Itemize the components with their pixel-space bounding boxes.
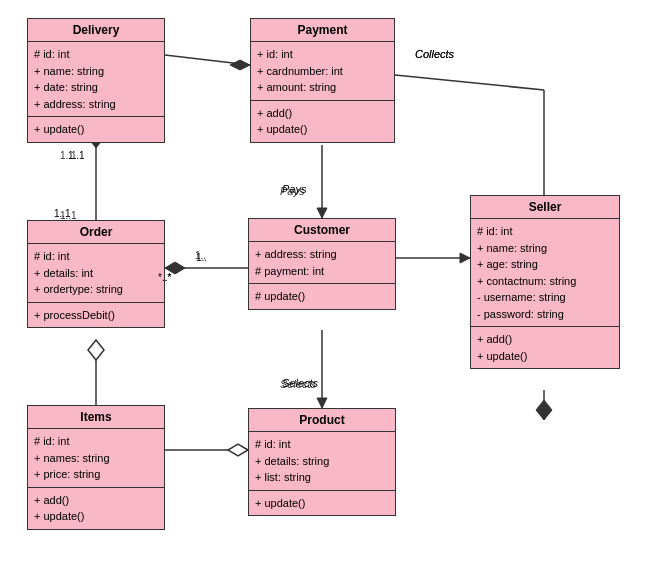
selects-label: Selects xyxy=(282,377,318,389)
seller-attributes: # id: int + name: string + age: string +… xyxy=(471,219,619,327)
class-order: Order # id: int + details: int + orderty… xyxy=(27,220,165,328)
customer-methods: # update() xyxy=(249,284,395,309)
class-delivery: Delivery # id: int + name: string + date… xyxy=(27,18,165,143)
mult-delivery-order-top: 1..1 xyxy=(68,150,85,161)
class-items: Items # id: int + names: string + price:… xyxy=(27,405,165,530)
delivery-attributes: # id: int + name: string + date: string … xyxy=(28,42,164,117)
svg-marker-1 xyxy=(230,60,250,70)
delivery-methods: + update() xyxy=(28,117,164,142)
product-title: Product xyxy=(249,409,395,432)
payment-methods: + add() + update() xyxy=(251,101,394,142)
seller-methods: + add() + update() xyxy=(471,327,619,368)
svg-line-0 xyxy=(165,55,250,65)
order-attributes: # id: int + details: int + ordertype: st… xyxy=(28,244,164,303)
svg-line-11 xyxy=(395,75,544,90)
payment-attributes: + id: int + cardnumber: int + amount: st… xyxy=(251,42,394,101)
product-methods: + update() xyxy=(249,491,395,516)
mult-order-customer-near: 1.. xyxy=(196,252,207,263)
pays-label: Pays xyxy=(282,183,306,195)
delivery-title: Delivery xyxy=(28,19,164,42)
svg-marker-15 xyxy=(88,340,104,360)
svg-marker-13 xyxy=(317,398,327,408)
class-product: Product # id: int + details: string + li… xyxy=(248,408,396,516)
uml-diagram: Collects Pays Selects 1..1 1..1 1.. *..*… xyxy=(0,0,645,564)
items-title: Items xyxy=(28,406,164,429)
items-attributes: # id: int + names: string + price: strin… xyxy=(28,429,164,488)
mult-delivery-order-bottom: 1..1 xyxy=(54,208,71,219)
svg-marker-19 xyxy=(536,400,552,420)
customer-attributes: + address: string # payment: int xyxy=(249,242,395,284)
class-seller: Seller # id: int + name: string + age: s… xyxy=(470,195,620,369)
class-customer: Customer + address: string # payment: in… xyxy=(248,218,396,310)
svg-marker-9 xyxy=(317,208,327,218)
svg-marker-17 xyxy=(228,444,248,456)
items-methods: + add() + update() xyxy=(28,488,164,529)
customer-title: Customer xyxy=(249,219,395,242)
order-title: Order xyxy=(28,221,164,244)
collects-label: Collects xyxy=(415,48,454,60)
mult-order-customer-far: *..* xyxy=(158,272,171,283)
seller-title: Seller xyxy=(471,196,619,219)
payment-title: Payment xyxy=(251,19,394,42)
product-attributes: # id: int + details: string + list: stri… xyxy=(249,432,395,491)
order-methods: + processDebit() xyxy=(28,303,164,328)
svg-marker-7 xyxy=(460,253,470,263)
class-payment: Payment + id: int + cardnumber: int + am… xyxy=(250,18,395,143)
